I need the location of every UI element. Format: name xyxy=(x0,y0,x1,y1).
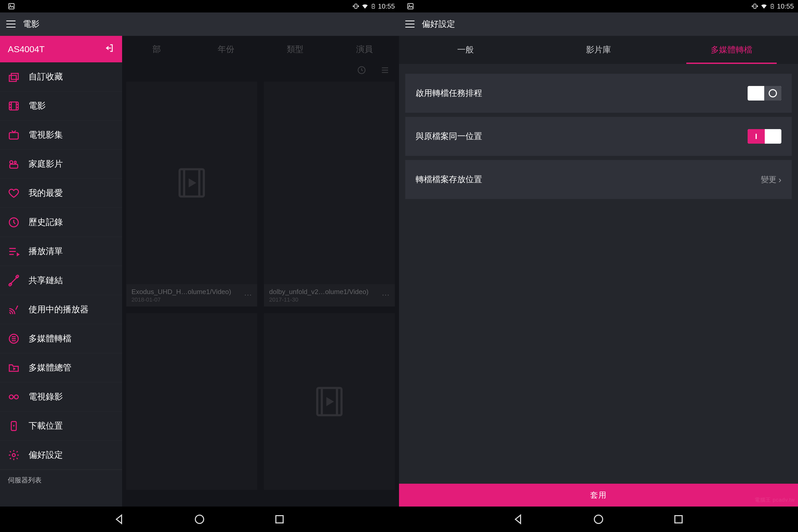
battery-charging-icon xyxy=(770,3,775,10)
server-row[interactable]: AS4004T xyxy=(0,36,122,62)
home-icon[interactable] xyxy=(592,513,605,526)
recents-icon[interactable] xyxy=(273,513,286,526)
record-icon xyxy=(8,391,20,403)
sidebar-item-tv-record[interactable]: 電視錄影 xyxy=(0,382,122,412)
svg-point-33 xyxy=(408,4,410,5)
sidebar-item-playlist[interactable]: 播放清單 xyxy=(0,237,122,266)
sidebar-footer[interactable]: 伺服器列表 xyxy=(0,470,122,491)
view-list-icon[interactable] xyxy=(380,65,390,76)
setting-label: 轉檔檔案存放位置 xyxy=(416,174,482,185)
setting-row-schedule: 啟用轉檔任務排程 xyxy=(405,74,792,113)
sidebar-item-label: 多媒體轉檔 xyxy=(28,333,72,344)
movie-card[interactable]: Exodus_UHD_H…olume1/Video) 2018-01-07 ⋮ xyxy=(126,81,257,306)
sort-tab-all[interactable]: 部 xyxy=(122,44,191,55)
kebab-icon[interactable]: ⋮ xyxy=(244,291,252,299)
tab-transcode[interactable]: 多媒體轉檔 xyxy=(665,36,798,64)
svg-marker-37 xyxy=(772,5,773,8)
setting-row-output-location[interactable]: 轉檔檔案存放位置 變更 › xyxy=(405,160,792,199)
recent-icon[interactable] xyxy=(357,65,366,76)
sidebar-item-label: 使用中的播放器 xyxy=(28,304,89,315)
sidebar-item-custom-collection[interactable]: 自訂收藏 xyxy=(0,62,122,92)
sort-tab-genre[interactable]: 類型 xyxy=(261,44,330,55)
svg-rect-6 xyxy=(10,75,16,81)
sort-tab-year[interactable]: 年份 xyxy=(191,44,261,55)
sidebar-item-label: 偏好設定 xyxy=(28,449,63,461)
sidebar-item-label: 家庭影片 xyxy=(28,158,63,170)
settings-body: 啟用轉檔任務排程 與原檔案同一位置 I 轉檔檔案存放位置 變更 › xyxy=(399,64,798,484)
logout-icon[interactable] xyxy=(104,43,114,55)
movie-thumbnail xyxy=(126,313,257,490)
svg-marker-14 xyxy=(17,252,20,256)
svg-rect-12 xyxy=(10,164,18,168)
tab-library[interactable]: 影片庫 xyxy=(532,36,665,64)
menu-icon[interactable] xyxy=(6,20,16,28)
svg-marker-29 xyxy=(116,515,121,524)
svg-point-1 xyxy=(10,4,11,5)
wifi-icon xyxy=(361,3,368,10)
setting-label: 啟用轉檔任務排程 xyxy=(416,88,482,99)
svg-point-39 xyxy=(594,515,603,524)
history-icon xyxy=(8,216,20,228)
status-bar-right: 10:55 xyxy=(399,0,798,13)
cast-icon xyxy=(8,304,20,316)
change-action[interactable]: 變更 › xyxy=(761,174,781,185)
svg-rect-8 xyxy=(10,102,18,110)
movie-thumbnail xyxy=(126,81,257,284)
movie-card[interactable] xyxy=(264,313,395,490)
sidebar-item-home-videos[interactable]: 家庭影片 xyxy=(0,150,122,179)
setting-row-same-location: 與原檔案同一位置 I xyxy=(405,117,792,156)
movie-card[interactable] xyxy=(126,313,257,490)
toggle-schedule[interactable] xyxy=(747,86,781,100)
movie-card[interactable]: dolby_unfold_v2…olume1/Video) 2017-11-30… xyxy=(264,81,395,306)
svg-rect-4 xyxy=(373,4,374,5)
tv-icon xyxy=(8,129,20,141)
svg-point-23 xyxy=(12,454,15,457)
setting-label: 與原檔案同一位置 xyxy=(416,131,482,142)
sidebar-item-download-location[interactable]: 下載位置 xyxy=(0,412,122,440)
svg-rect-31 xyxy=(276,516,283,523)
svg-marker-26 xyxy=(189,178,196,188)
kebab-icon[interactable]: ⋮ xyxy=(382,291,390,299)
collection-icon xyxy=(8,71,20,83)
titlebar-right: 偏好設定 xyxy=(399,13,798,36)
svg-rect-2 xyxy=(355,4,357,8)
sidebar-item-transcode[interactable]: 多媒體轉檔 xyxy=(0,324,122,353)
menu-icon[interactable] xyxy=(405,20,415,28)
film-placeholder-icon xyxy=(311,380,347,424)
download-device-icon xyxy=(8,420,20,432)
svg-marker-28 xyxy=(326,397,334,406)
status-time: 10:55 xyxy=(777,2,794,11)
sort-tab-actor[interactable]: 演員 xyxy=(330,44,399,55)
wifi-icon xyxy=(760,3,767,10)
back-icon[interactable] xyxy=(512,513,525,526)
folder-media-icon xyxy=(8,362,20,374)
back-icon[interactable] xyxy=(113,513,126,526)
page-title: 電影 xyxy=(23,18,39,30)
sidebar-item-active-players[interactable]: 使用中的播放器 xyxy=(0,295,122,324)
picture-icon xyxy=(407,3,414,10)
svg-point-20 xyxy=(14,395,18,399)
sidebar-item-shared-links[interactable]: 共享鏈結 xyxy=(0,266,122,295)
tool-row xyxy=(122,63,399,78)
sidebar-item-history[interactable]: 歷史記錄 xyxy=(0,208,122,237)
sidebar-item-movies[interactable]: 電影 xyxy=(0,92,122,120)
svg-rect-9 xyxy=(10,132,18,139)
camcorder-icon xyxy=(8,158,20,170)
tab-general[interactable]: 一般 xyxy=(399,36,532,64)
status-time: 10:55 xyxy=(378,2,395,11)
sidebar-item-media-manager[interactable]: 多媒體總管 xyxy=(0,353,122,382)
movie-thumbnail xyxy=(264,81,395,284)
sidebar-item-tv[interactable]: 電視影集 xyxy=(0,120,122,150)
movie-title: dolby_unfold_v2…olume1/Video) xyxy=(269,288,368,296)
toggle-same-location[interactable]: I xyxy=(747,129,781,144)
svg-marker-38 xyxy=(515,515,520,524)
recents-icon[interactable] xyxy=(672,513,685,526)
movie-title: Exodus_UHD_H…olume1/Video) xyxy=(131,288,231,296)
movie-date: 2018-01-07 xyxy=(131,297,231,303)
home-icon[interactable] xyxy=(193,513,206,526)
vibrate-icon xyxy=(353,3,359,10)
sidebar-item-label: 下載位置 xyxy=(28,420,63,432)
sidebar-item-favorites[interactable]: 我的最愛 xyxy=(0,179,122,208)
sidebar-item-preferences[interactable]: 偏好設定 xyxy=(0,440,122,470)
apply-button[interactable]: 套用 xyxy=(399,484,798,507)
